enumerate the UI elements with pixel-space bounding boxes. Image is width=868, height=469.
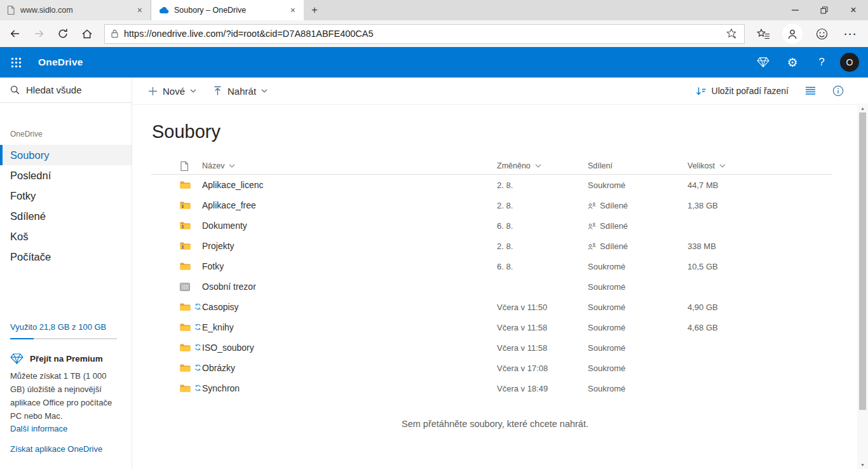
scrollbar-up-icon[interactable]: ▲ (857, 104, 868, 112)
table-row[interactable]: Fotky 6. 8. Soukromé 10,5 GB (151, 256, 832, 276)
sidebar-item[interactable]: Soubory (0, 145, 132, 165)
modified-date: Včera v 11:58 (497, 323, 588, 332)
sharing-status: Soukromé (588, 384, 625, 393)
sidebar-nav: Soubory Poslední Fotky Sdílené Koš Počít… (0, 145, 132, 267)
sidebar-item-label: Soubory (10, 149, 49, 161)
browser-tab-sidlo[interactable]: www.sidlo.com × (0, 0, 151, 20)
app-launcher-waffle-icon[interactable] (0, 47, 32, 78)
tab-close-icon[interactable]: × (135, 5, 144, 15)
restore-button[interactable] (810, 0, 839, 20)
file-name[interactable]: Osobní trezor (202, 282, 256, 292)
file-name[interactable]: Obrázky (202, 363, 235, 373)
drop-files-hint: Sem přetáhněte soubory, které chcete nah… (133, 419, 857, 429)
save-sort-button[interactable]: Uložit pořadí řazení (712, 86, 789, 96)
home-button[interactable] (75, 22, 99, 45)
scrollbar-thumb[interactable] (859, 112, 866, 410)
sync-icon (194, 364, 201, 371)
lock-icon (111, 29, 118, 38)
table-row[interactable]: E_knihy Včera v 11:58 Soukromé 4,68 GB (151, 317, 832, 337)
back-button[interactable] (3, 22, 27, 45)
sidebar-item[interactable]: Sdílené (0, 206, 132, 226)
url-text[interactable]: https://onedrive.live.com/?id=root&cid=D… (124, 29, 720, 39)
tab-close-icon[interactable]: × (288, 5, 297, 15)
upload-button-label: Nahrát (227, 86, 256, 97)
new-tab-button[interactable]: + (304, 0, 325, 20)
people-icon (588, 222, 596, 229)
file-name[interactable]: ISO_soubory (202, 343, 254, 353)
upload-button[interactable]: Nahrát (213, 86, 268, 97)
table-row[interactable]: Obrázky Včera v 17:08 Soukromé (151, 358, 832, 378)
window-close-button[interactable]: × (839, 0, 868, 20)
profile-person-icon[interactable] (778, 22, 807, 45)
file-name[interactable]: E_knihy (202, 322, 234, 332)
premium-more-link[interactable]: Další informace (10, 424, 67, 433)
add-favorite-star-icon[interactable] (726, 28, 738, 39)
folder-icon (180, 180, 191, 189)
modified-date: 6. 8. (497, 221, 588, 231)
tab-title: www.sidlo.com (20, 6, 130, 15)
vertical-scrollbar[interactable]: ▲ ▼ (857, 104, 868, 469)
browser-tab-onedrive[interactable]: Soubory – OneDrive × (151, 0, 304, 20)
search-input[interactable]: Hledat všude (0, 78, 132, 103)
sidebar-item[interactable]: Počítače (0, 247, 132, 267)
modified-date: 6. 8. (497, 262, 588, 271)
sidebar-item[interactable]: Fotky (0, 186, 132, 206)
scrollbar-down-icon[interactable]: ▼ (857, 460, 868, 469)
forward-button[interactable] (27, 22, 51, 45)
sidebar-item-label: Počítače (10, 251, 51, 263)
shared-folder-icon (180, 221, 191, 230)
column-header-name[interactable]: Název (202, 161, 497, 170)
table-row[interactable]: ISO_soubory Včera v 11:58 Soukromé (151, 337, 832, 358)
chevron-down-icon (190, 89, 196, 93)
file-name[interactable]: Dokumenty (202, 221, 247, 231)
column-header-size[interactable]: Velikost (688, 161, 832, 170)
address-bar[interactable]: https://onedrive.live.com/?id=root&cid=D… (104, 24, 745, 44)
sidebar: Hledat všude OneDrive Soubory Poslední F… (0, 78, 132, 469)
chevron-down-icon (535, 164, 541, 168)
table-row[interactable]: Synchron Včera v 18:49 Soukromé (151, 378, 832, 398)
storage-usage-link[interactable]: Využito 21,8 GB z 100 GB (10, 322, 106, 332)
premium-block: Přejít na Premium Můžete získat 1 TB (1 … (10, 353, 121, 434)
storage-progress-track (10, 338, 117, 339)
column-header-sharing[interactable]: Sdílení (588, 161, 688, 170)
minimize-button[interactable] (780, 0, 810, 20)
table-row[interactable]: Projekty 2. 8. Sdílené 338 MB (151, 236, 832, 256)
folder-icon (180, 302, 191, 311)
file-name[interactable]: Aplikace_free (202, 200, 256, 210)
brand-title[interactable]: OneDrive (38, 57, 83, 68)
onedrive-cloud-icon (158, 6, 169, 14)
settings-ellipsis-icon[interactable]: ··· (836, 22, 865, 45)
account-avatar[interactable]: O (840, 53, 859, 72)
sharing-status: Soukromé (588, 262, 625, 271)
help-icon[interactable]: ? (807, 47, 836, 78)
file-name[interactable]: Projekty (202, 241, 234, 251)
refresh-button[interactable] (51, 22, 75, 45)
list-view-icon[interactable] (805, 86, 816, 95)
get-apps-link[interactable]: Získat aplikace OneDrive (10, 444, 102, 454)
table-row[interactable]: Dokumenty 6. 8. Sdílené (151, 215, 832, 236)
table-row[interactable]: Aplikace_free 2. 8. Sdílené 1,38 GB (151, 195, 832, 215)
sidebar-item[interactable]: Koš (0, 226, 132, 247)
file-name[interactable]: Aplikace_licenc (202, 180, 264, 190)
gear-icon[interactable]: ⚙ (778, 47, 807, 78)
column-header-modified[interactable]: Změněno (497, 161, 588, 170)
people-icon (588, 243, 596, 250)
sharing-status: Soukromé (588, 343, 625, 353)
file-name[interactable]: Fotky (202, 261, 224, 271)
table-row[interactable]: Casopisy Včera v 11:50 Soukromé 4,90 GB (151, 297, 832, 317)
table-row[interactable]: Aplikace_licenc 2. 8. Soukromé 44,7 MB (151, 175, 832, 195)
file-name[interactable]: Casopisy (202, 302, 239, 312)
table-row[interactable]: Osobní trezor Soukromé (151, 276, 832, 297)
new-button[interactable]: Nové (148, 86, 196, 97)
premium-title[interactable]: Přejít na Premium (30, 354, 103, 364)
sharing-status: Soukromé (588, 282, 625, 292)
plus-icon (148, 86, 158, 96)
sidebar-item[interactable]: Poslední (0, 165, 132, 186)
storage-progress-fill (10, 338, 34, 339)
premium-diamond-icon[interactable] (749, 47, 778, 78)
feedback-smiley-icon[interactable] (807, 22, 836, 45)
info-icon[interactable] (832, 85, 844, 97)
file-name[interactable]: Synchron (202, 383, 240, 393)
favorites-hub-icon[interactable] (749, 22, 778, 45)
file-size: 4,68 GB (688, 323, 832, 332)
